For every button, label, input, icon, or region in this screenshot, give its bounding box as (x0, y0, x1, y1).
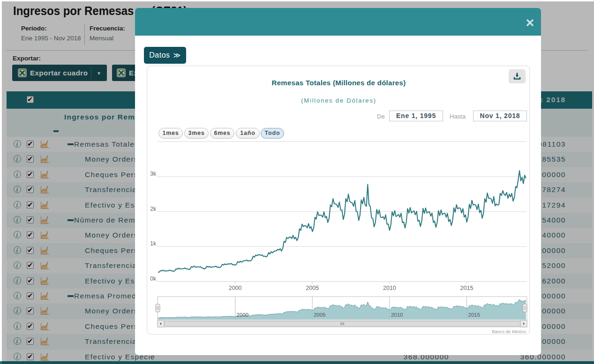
svg-text:2005: 2005 (306, 285, 319, 291)
svg-text:2000: 2000 (229, 285, 242, 291)
svg-text:2010: 2010 (391, 312, 403, 318)
svg-text:3k: 3k (150, 171, 157, 177)
svg-text:Banco de México: Banco de México (492, 329, 526, 334)
svg-text:2015: 2015 (460, 285, 474, 291)
svg-text:2005: 2005 (314, 312, 326, 318)
svg-text:2k: 2k (150, 206, 157, 212)
svg-text:0k: 0k (150, 275, 157, 282)
svg-text:1k: 1k (150, 240, 157, 247)
svg-text:2015: 2015 (468, 312, 481, 318)
svg-text:2010: 2010 (383, 285, 396, 291)
svg-text:2000: 2000 (237, 312, 249, 318)
